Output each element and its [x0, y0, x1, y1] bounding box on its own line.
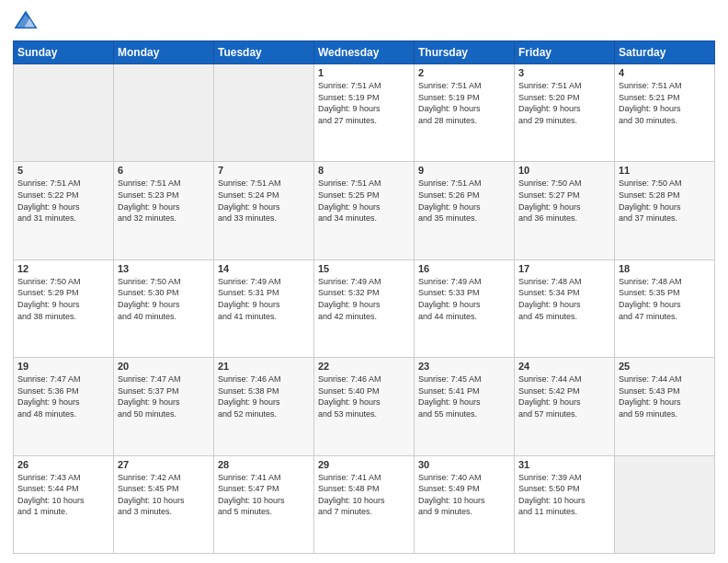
calendar-cell: 16Sunrise: 7:49 AMSunset: 5:33 PMDayligh… — [415, 259, 515, 357]
calendar-cell: 7Sunrise: 7:51 AMSunset: 5:24 PMDaylight… — [214, 162, 314, 259]
cell-text: Daylight: 9 hours — [619, 201, 711, 213]
cell-text: and 55 minutes. — [418, 408, 510, 420]
weekday-header-row: SundayMondayTuesdayWednesdayThursdayFrid… — [14, 41, 715, 64]
cell-text: Sunrise: 7:51 AM — [17, 178, 109, 190]
header — [13, 9, 715, 35]
cell-text: Sunrise: 7:51 AM — [518, 80, 610, 92]
day-number: 13 — [118, 263, 210, 274]
weekday-header: Wednesday — [314, 41, 415, 64]
day-number: 2 — [418, 67, 510, 78]
cell-text: Daylight: 9 hours — [619, 299, 711, 311]
day-number: 9 — [418, 165, 510, 176]
cell-text: Sunrise: 7:49 AM — [318, 276, 410, 288]
weekday-header: Saturday — [615, 41, 715, 64]
cell-text: Sunrise: 7:43 AM — [17, 472, 109, 484]
cell-text: Sunset: 5:34 PM — [518, 287, 610, 299]
cell-text: Sunset: 5:37 PM — [118, 385, 210, 397]
cell-text: Sunset: 5:43 PM — [619, 385, 711, 397]
calendar-cell: 9Sunrise: 7:51 AMSunset: 5:26 PMDaylight… — [415, 162, 515, 259]
cell-text: and 50 minutes. — [118, 408, 210, 420]
logo-icon — [13, 9, 39, 35]
cell-text: Sunrise: 7:49 AM — [218, 276, 310, 288]
cell-text: Sunset: 5:19 PM — [318, 92, 410, 104]
cell-text: and 45 minutes. — [518, 311, 610, 323]
calendar-cell: 15Sunrise: 7:49 AMSunset: 5:32 PMDayligh… — [314, 259, 415, 357]
calendar-cell: 24Sunrise: 7:44 AMSunset: 5:42 PMDayligh… — [515, 358, 615, 455]
cell-text: Sunset: 5:38 PM — [218, 385, 310, 397]
calendar-week-row: 12Sunrise: 7:50 AMSunset: 5:29 PMDayligh… — [14, 259, 715, 357]
day-number: 11 — [619, 165, 711, 176]
cell-text: Daylight: 9 hours — [619, 103, 711, 115]
cell-text: Sunset: 5:24 PM — [218, 190, 310, 201]
cell-text: Sunrise: 7:50 AM — [619, 178, 711, 190]
cell-text: Sunset: 5:31 PM — [218, 287, 310, 299]
cell-text: Sunrise: 7:41 AM — [318, 472, 410, 484]
cell-text: Sunset: 5:23 PM — [118, 190, 210, 201]
cell-text: Daylight: 10 hours — [518, 495, 610, 507]
cell-text: Sunrise: 7:49 AM — [418, 276, 510, 288]
cell-text: and 29 minutes. — [518, 115, 610, 127]
calendar-cell: 4Sunrise: 7:51 AMSunset: 5:21 PMDaylight… — [615, 64, 715, 162]
day-number: 23 — [418, 361, 510, 372]
day-number: 8 — [318, 165, 410, 176]
calendar-week-row: 19Sunrise: 7:47 AMSunset: 5:36 PMDayligh… — [14, 358, 715, 455]
calendar-cell: 6Sunrise: 7:51 AMSunset: 5:23 PMDaylight… — [114, 162, 214, 259]
cell-text: Sunset: 5:28 PM — [619, 190, 711, 201]
weekday-header: Friday — [515, 41, 615, 64]
calendar-cell: 28Sunrise: 7:41 AMSunset: 5:47 PMDayligh… — [214, 455, 314, 553]
cell-text: Sunrise: 7:51 AM — [318, 80, 410, 92]
calendar-cell: 11Sunrise: 7:50 AMSunset: 5:28 PMDayligh… — [615, 162, 715, 259]
cell-text: Daylight: 9 hours — [518, 201, 610, 213]
day-number: 15 — [318, 263, 410, 274]
calendar-cell: 3Sunrise: 7:51 AMSunset: 5:20 PMDaylight… — [515, 64, 615, 162]
cell-text: Sunset: 5:22 PM — [17, 190, 109, 201]
cell-text: and 33 minutes. — [218, 213, 310, 224]
day-number: 5 — [17, 165, 109, 176]
cell-text: Daylight: 9 hours — [17, 201, 109, 213]
cell-text: Sunset: 5:30 PM — [118, 287, 210, 299]
cell-text: Sunrise: 7:51 AM — [118, 178, 210, 190]
cell-text: and 47 minutes. — [619, 311, 711, 323]
cell-text: and 44 minutes. — [418, 311, 510, 323]
day-number: 30 — [418, 459, 510, 470]
cell-text: and 48 minutes. — [17, 408, 109, 420]
cell-text: Daylight: 9 hours — [118, 201, 210, 213]
cell-text: Daylight: 9 hours — [218, 201, 310, 213]
cell-text: Sunrise: 7:51 AM — [318, 178, 410, 190]
calendar-cell: 12Sunrise: 7:50 AMSunset: 5:29 PMDayligh… — [14, 259, 114, 357]
cell-text: Sunset: 5:47 PM — [218, 483, 310, 495]
calendar-cell: 27Sunrise: 7:42 AMSunset: 5:45 PMDayligh… — [114, 455, 214, 553]
day-number: 29 — [318, 459, 410, 470]
day-number: 26 — [17, 459, 109, 470]
cell-text: and 31 minutes. — [17, 213, 109, 224]
day-number: 1 — [318, 67, 410, 78]
calendar-cell: 13Sunrise: 7:50 AMSunset: 5:30 PMDayligh… — [114, 259, 214, 357]
cell-text: Sunrise: 7:51 AM — [218, 178, 310, 190]
cell-text: Daylight: 9 hours — [318, 103, 410, 115]
day-number: 28 — [218, 459, 310, 470]
day-number: 21 — [218, 361, 310, 372]
logo — [13, 9, 42, 35]
day-number: 25 — [619, 361, 711, 372]
cell-text: Daylight: 9 hours — [17, 299, 109, 311]
cell-text: and 32 minutes. — [118, 213, 210, 224]
cell-text: Sunrise: 7:46 AM — [218, 373, 310, 385]
calendar-cell: 20Sunrise: 7:47 AMSunset: 5:37 PMDayligh… — [114, 358, 214, 455]
cell-text: and 35 minutes. — [418, 213, 510, 224]
day-number: 4 — [619, 67, 711, 78]
day-number: 3 — [518, 67, 610, 78]
cell-text: Daylight: 9 hours — [118, 396, 210, 408]
cell-text: and 53 minutes. — [318, 408, 410, 420]
calendar-cell — [114, 64, 214, 162]
day-number: 19 — [17, 361, 109, 372]
cell-text: Daylight: 9 hours — [418, 201, 510, 213]
day-number: 24 — [518, 361, 610, 372]
cell-text: and 37 minutes. — [619, 213, 711, 224]
cell-text: Sunrise: 7:45 AM — [418, 373, 510, 385]
cell-text: Daylight: 9 hours — [218, 396, 310, 408]
cell-text: and 40 minutes. — [118, 311, 210, 323]
cell-text: and 34 minutes. — [318, 213, 410, 224]
cell-text: Sunrise: 7:51 AM — [418, 80, 510, 92]
cell-text: Sunset: 5:32 PM — [318, 287, 410, 299]
cell-text: Sunrise: 7:50 AM — [17, 276, 109, 288]
